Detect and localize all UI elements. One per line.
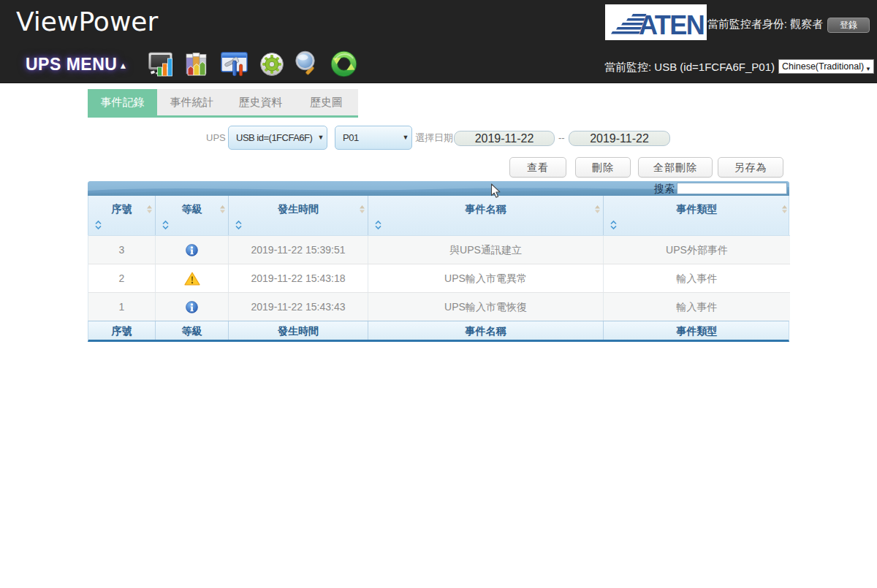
table-row[interactable]: 2 2019-11-22 15:43:18 UPS輸入市電異常 輸入事件 (88, 264, 790, 292)
main-content: 事件記錄 事件統計 歷史資料 歷史圖 UPS USB id=(1FCFA6F) … (88, 89, 789, 342)
table-body: 3 2019-11-22 15:39:51 與UPS通訊建立 UPS外部事件 2 (88, 235, 789, 321)
filter-chevrons-icon (235, 220, 243, 230)
cell-seq: 3 (88, 236, 156, 264)
cell-type: 輸入事件 (604, 264, 790, 292)
cell-time: 2019-11-22 15:43:43 (229, 293, 368, 321)
aten-logo-text: ATEN (639, 10, 704, 40)
settings-window-icon[interactable] (220, 50, 249, 81)
delete-all-button[interactable]: 全部刪除 (638, 157, 713, 177)
select-arrow-icon: ▼ (865, 63, 871, 76)
login-button[interactable]: 登錄 (827, 18, 870, 33)
refresh-icon[interactable] (330, 50, 357, 80)
search-label: 搜索 (654, 181, 675, 196)
aten-logo: ATEN (605, 4, 707, 40)
tab-history-data[interactable]: 歷史資料 (227, 89, 295, 115)
cell-seq: 1 (88, 293, 156, 321)
cell-time: 2019-11-22 15:43:18 (229, 264, 368, 292)
monitor-view-icon[interactable] (148, 50, 175, 81)
column-header-name[interactable]: 事件名稱 (368, 196, 604, 235)
report-books-icon[interactable] (183, 50, 210, 81)
tab-history-chart[interactable]: 歷史圖 (295, 89, 358, 115)
filter-chevrons-icon (610, 220, 618, 230)
warning-icon (184, 272, 200, 286)
sort-arrows-icon (594, 205, 601, 214)
cell-level (156, 236, 229, 264)
cell-level (156, 264, 229, 292)
select-arrow-icon: ▼ (316, 126, 324, 149)
gear-button-icon[interactable] (259, 52, 284, 80)
search-magnifier-icon[interactable] (294, 50, 321, 81)
view-button[interactable]: 查看 (509, 157, 566, 177)
cell-name: UPS輸入市電恢復 (368, 293, 604, 321)
cell-seq: 2 (88, 264, 156, 292)
tab-bar: 事件記錄 事件統計 歷史資料 歷史圖 (88, 89, 358, 118)
current-monitor-label: 當前監控: USB (id=1FCFA6F_P01) (604, 61, 775, 75)
sort-arrows-icon (781, 205, 788, 214)
table-row[interactable]: 1 2019-11-22 15:43:43 UPS輸入市電恢復 輸入事件 (88, 292, 790, 321)
ups-select[interactable]: USB id=(1FCFA6F) ▼ (228, 126, 327, 150)
language-select[interactable]: Chinese(Traditional) ▼ (778, 59, 874, 74)
top-header: ViewPower ATEN 當前監控者身份: 觀察者 登錄 UPS MENU▲ (0, 0, 877, 83)
date-separator: -- (558, 126, 565, 150)
sort-arrows-icon (146, 205, 153, 214)
filter-chevrons-icon (94, 220, 102, 230)
info-icon (186, 244, 198, 256)
sort-arrows-icon (359, 205, 365, 214)
footer-time: 發生時間 (229, 321, 368, 340)
actions-row: 查看 刪除 全部刪除 另存為 (88, 157, 789, 177)
save-as-button[interactable]: 另存為 (718, 157, 783, 177)
date-to-input[interactable]: 2019-11-22 (569, 131, 670, 146)
identity-label: 當前監控者身份: 觀察者 (707, 18, 823, 31)
cell-name: UPS輸入市電異常 (368, 264, 604, 292)
date-from-input[interactable]: 2019-11-22 (454, 131, 555, 146)
select-arrow-icon: ▼ (401, 126, 409, 149)
table-row[interactable]: 3 2019-11-22 15:39:51 與UPS通訊建立 UPS外部事件 (88, 235, 790, 264)
filter-row: UPS USB id=(1FCFA6F) ▼ P01 ▼ 選擇日期 2019-1… (88, 126, 789, 150)
cell-time: 2019-11-22 15:39:51 (229, 236, 368, 264)
cell-type: 輸入事件 (604, 293, 790, 321)
cell-type: UPS外部事件 (604, 236, 790, 264)
cell-level (156, 293, 229, 321)
footer-type: 事件類型 (604, 321, 790, 340)
ups-menu-button[interactable]: UPS MENU▲ (26, 55, 128, 75)
tab-event-log[interactable]: 事件記錄 (88, 89, 157, 115)
event-table: 搜索 序號 等級 發生時間 事件名稱 (88, 181, 789, 342)
table-caption-bar: 搜索 (88, 181, 789, 196)
search-input[interactable] (677, 183, 787, 194)
date-label: 選擇日期 (415, 126, 453, 150)
column-header-time[interactable]: 發生時間 (229, 196, 368, 235)
tab-event-stats[interactable]: 事件統計 (157, 89, 227, 115)
filter-chevrons-icon (374, 220, 382, 230)
footer-name: 事件名稱 (368, 321, 604, 340)
info-icon (186, 301, 198, 313)
table-footer-row: 序號 等級 發生時間 事件名稱 事件類型 (88, 321, 789, 342)
column-header-level[interactable]: 等級 (156, 196, 229, 235)
filter-chevrons-icon (162, 220, 170, 230)
menu-caret-icon: ▲ (118, 61, 127, 71)
footer-seq: 序號 (88, 321, 156, 340)
column-header-seq[interactable]: 序號 (88, 196, 156, 235)
column-header-type[interactable]: 事件類型 (604, 196, 790, 235)
ups-label: UPS (206, 126, 226, 150)
footer-level: 等級 (156, 321, 229, 340)
table-header-row: 序號 等級 發生時間 事件名稱 事件類型 (88, 196, 789, 235)
cell-name: 與UPS通訊建立 (368, 236, 604, 264)
sort-arrows-icon (219, 205, 226, 214)
app-title: ViewPower (16, 7, 158, 37)
delete-button[interactable]: 刪除 (575, 157, 631, 177)
port-select[interactable]: P01 ▼ (335, 126, 412, 150)
